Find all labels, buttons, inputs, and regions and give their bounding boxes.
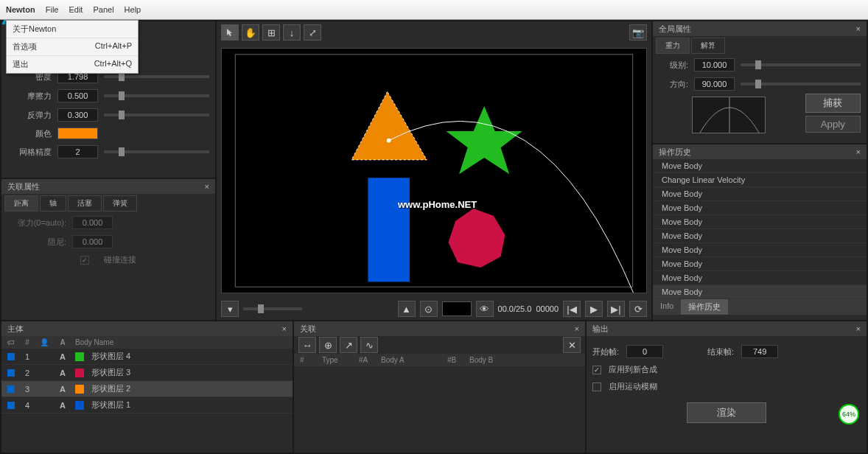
history-item[interactable]: Move Body [653, 271, 867, 285]
capture-button[interactable]: 捕获 [805, 94, 861, 113]
link-col-body-a: Body A [381, 356, 440, 364]
body-num: 1 [22, 352, 32, 361]
friction-slider[interactable] [104, 94, 209, 97]
play-button[interactable]: ▶ [585, 301, 603, 317]
close-icon[interactable]: × [856, 24, 861, 33]
menu-file[interactable]: File [46, 5, 59, 14]
body-name: 形状图层 2 [91, 383, 130, 394]
history-item[interactable]: Move Body [653, 215, 867, 229]
close-icon[interactable]: × [856, 147, 861, 156]
tension-input[interactable]: 0.000 [72, 216, 113, 229]
history-item[interactable]: Change Linear Velocity [653, 173, 867, 187]
history-item[interactable]: Move Body [653, 201, 867, 215]
tab-solver[interactable]: 解算 [691, 38, 725, 54]
shape-rect [368, 178, 409, 282]
direction-input[interactable]: 90.000 [694, 77, 735, 91]
link-col-num: # [300, 356, 315, 364]
dropdown-exit[interactable]: 退出Ctrl+Alt+Q [7, 56, 138, 73]
level-slider[interactable] [741, 63, 861, 66]
mesh-label: 网格精度 [7, 147, 52, 158]
menu-newton[interactable]: Newton [6, 5, 35, 14]
damping-input[interactable]: 0.000 [72, 235, 113, 248]
history-item[interactable]: Move Body [653, 285, 867, 299]
start-frame-input[interactable]: 0 [626, 345, 663, 358]
menu-panel[interactable]: Panel [93, 5, 113, 14]
tab-spring[interactable]: 弹簧 [103, 195, 137, 212]
mesh-input[interactable]: 2 [57, 145, 98, 158]
viewport[interactable] [221, 48, 647, 293]
bounce-slider[interactable] [104, 114, 209, 116]
color-swatch[interactable] [57, 128, 98, 139]
close-icon[interactable]: × [205, 182, 209, 191]
down-tool[interactable]: ↓ [283, 24, 301, 41]
direction-slider[interactable] [741, 83, 861, 85]
history-item[interactable]: Move Body [653, 159, 867, 173]
body-row[interactable]: 2 A 形状图层 3 [1, 365, 293, 381]
level-input[interactable]: 10.000 [694, 58, 735, 71]
history-item[interactable]: Move Body [653, 257, 867, 271]
eye-icon[interactable]: 👁 [476, 301, 494, 317]
history-tab[interactable]: 操作历史 [681, 299, 728, 315]
hand-tool[interactable]: ✋ [242, 24, 259, 41]
body-mark [7, 402, 15, 409]
history-item[interactable]: Move Body [653, 229, 867, 243]
tab-gravity[interactable]: 重力 [656, 38, 690, 54]
prev-frame-button[interactable]: |◀ [563, 301, 581, 317]
tab-axis[interactable]: 轴 [40, 195, 66, 212]
dropdown-prefs[interactable]: 首选项Ctrl+Alt+P [7, 38, 138, 56]
tab-distance[interactable]: 距离 [4, 195, 38, 212]
tag-icon[interactable]: 🏷 [7, 338, 15, 346]
center-icon[interactable]: ⊙ [420, 301, 438, 317]
bounce-input[interactable]: 0.300 [57, 108, 98, 122]
close-icon[interactable]: × [282, 324, 287, 333]
mesh-slider[interactable] [104, 150, 209, 153]
end-frame-input[interactable]: 749 [741, 345, 778, 358]
history-panel: 操作历史× Move Body Change Linear Velocity M… [653, 144, 867, 320]
body-letter: A [57, 352, 68, 361]
close-icon[interactable]: × [575, 324, 579, 333]
select-tool[interactable] [221, 24, 239, 41]
close-icon[interactable]: × [856, 324, 861, 333]
collision-checkbox[interactable] [80, 256, 89, 265]
info-tab[interactable]: Info [653, 299, 681, 315]
apply-new-comp-checkbox[interactable] [592, 366, 601, 374]
link-delete[interactable]: ✕ [563, 337, 581, 353]
body-color-swatch [75, 369, 84, 377]
zoom-slider[interactable] [243, 307, 302, 310]
history-item[interactable]: Move Body [653, 187, 867, 201]
history-item[interactable]: Move Body [653, 243, 867, 257]
body-mark [7, 369, 15, 377]
body-row[interactable]: 3 A 形状图层 2 [1, 381, 293, 397]
dropdown-about[interactable]: 关于Newton [7, 21, 138, 38]
fit-icon[interactable]: ▲ [398, 301, 416, 317]
body-name: 形状图层 1 [91, 399, 130, 411]
body-color-swatch [75, 385, 84, 394]
friction-input[interactable]: 0.500 [57, 89, 98, 102]
damping-label: 阻尼: [7, 237, 66, 248]
loop-button[interactable]: ⟳ [629, 301, 647, 317]
output-title: 输出 [592, 324, 609, 335]
tab-piston[interactable]: 活塞 [68, 195, 102, 212]
expand-tool[interactable]: ⤢ [304, 24, 321, 41]
link-tool-3[interactable]: ↗ [340, 337, 357, 353]
apply-button[interactable]: Apply [805, 116, 861, 133]
link-tool-2[interactable]: ⊕ [319, 337, 337, 353]
menu-edit[interactable]: Edit [69, 5, 83, 14]
render-button[interactable]: 渲染 [687, 402, 766, 423]
link-tool-1[interactable]: ↔ [298, 337, 316, 353]
motion-blur-checkbox[interactable] [592, 383, 601, 391]
next-frame-button[interactable]: ▶| [607, 301, 625, 317]
menu-help[interactable]: Help [125, 5, 141, 14]
link-tool-4[interactable]: ∿ [360, 337, 378, 353]
zoom-dropdown[interactable]: ▾ [221, 301, 239, 317]
output-panel: 输出× 开始帧: 0 结束帧: 749 应用到新合成 启用运动模糊 渲染 [587, 321, 867, 453]
body-row[interactable]: 4 A 形状图层 1 [1, 397, 293, 413]
apply-new-comp-label: 应用到新合成 [609, 364, 657, 375]
density-slider[interactable] [104, 75, 209, 78]
link-col-type: Type [322, 356, 351, 364]
grid-tool[interactable]: ⊞ [262, 24, 280, 41]
snapshot-icon[interactable]: 📷 [629, 24, 647, 41]
body-color-swatch [75, 401, 84, 410]
body-num: 4 [22, 401, 32, 410]
body-row[interactable]: 1 A 形状图层 4 [1, 349, 293, 365]
